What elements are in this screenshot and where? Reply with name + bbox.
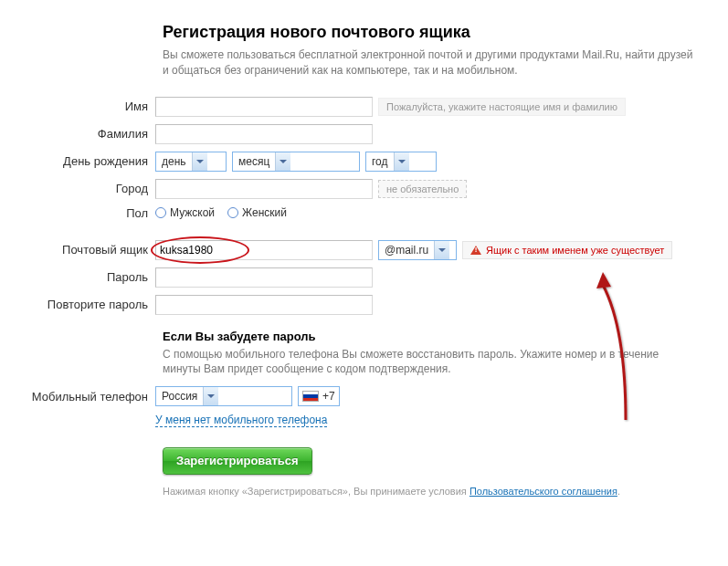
birthday-day-select[interactable]: день — [155, 152, 227, 172]
page-subtitle: Вы сможете пользоваться бесплатной элект… — [163, 47, 702, 79]
label-password: Пароль — [0, 270, 155, 284]
radio-icon — [155, 207, 166, 218]
phone-prefix[interactable]: +7 — [298, 386, 340, 406]
mailbox-domain-value: @mail.ru — [379, 244, 434, 257]
gender-male-label: Мужской — [170, 206, 215, 219]
mailbox-error: Ящик с таким именем уже существует — [462, 241, 672, 259]
lastname-input[interactable] — [155, 124, 373, 144]
label-password2: Повторите пароль — [0, 298, 155, 311]
tos-text: Нажимая кнопку «Зарегистрироваться», Вы … — [163, 486, 728, 497]
mailbox-input[interactable] — [155, 240, 373, 260]
page-title: Регистрация нового почтового ящика — [163, 23, 702, 42]
firstname-input[interactable] — [155, 97, 373, 117]
label-birthday: День рождения — [0, 154, 155, 168]
phone-country-select[interactable]: Россия — [155, 386, 292, 406]
mailbox-error-text: Ящик с таким именем уже существует — [486, 245, 664, 256]
name-hint: Пожалуйста, укажите настоящие имя и фами… — [378, 98, 626, 116]
chevron-down-icon — [275, 152, 290, 171]
mailbox-domain-select[interactable]: @mail.ru — [378, 240, 457, 260]
phone-country-value: Россия — [156, 390, 203, 403]
label-mailbox: Почтовый ящик — [0, 243, 155, 257]
radio-icon — [227, 207, 238, 218]
birthday-year-value: год — [366, 155, 394, 168]
label-phone: Мобильный телефон — [0, 390, 155, 404]
register-button[interactable]: Зарегистрироваться — [163, 447, 312, 475]
phone-prefix-text: +7 — [322, 390, 335, 403]
label-lastname: Фамилия — [0, 127, 155, 141]
city-input[interactable] — [155, 179, 373, 199]
chevron-down-icon — [192, 152, 207, 171]
birthday-month-select[interactable]: месяц — [232, 152, 360, 172]
recover-title: Если Вы забудете пароль — [163, 330, 674, 343]
password-input[interactable] — [155, 267, 373, 288]
tos-prefix: Нажимая кнопку «Зарегистрироваться», Вы … — [163, 486, 470, 497]
birthday-month-value: месяц — [233, 155, 275, 168]
no-phone-link[interactable]: У меня нет мобильного телефона — [155, 414, 327, 427]
recover-text: С помощью мобильного телефона Вы сможете… — [163, 347, 674, 378]
chevron-down-icon — [203, 387, 218, 405]
tos-suffix: . — [617, 486, 620, 497]
birthday-day-value: день — [156, 155, 192, 168]
gender-female-radio[interactable]: Женский — [227, 206, 287, 219]
label-gender: Пол — [0, 206, 155, 220]
label-firstname: Имя — [0, 100, 155, 113]
chevron-down-icon — [394, 152, 409, 171]
password2-input[interactable] — [155, 295, 373, 315]
flag-ru-icon — [302, 391, 319, 402]
city-hint: не обязательно — [378, 180, 467, 198]
tos-link[interactable]: Пользовательского соглашения — [470, 486, 617, 497]
birthday-year-select[interactable]: год — [365, 152, 437, 172]
label-city: Город — [0, 182, 155, 195]
chevron-down-icon — [434, 241, 449, 259]
warning-icon — [470, 246, 481, 255]
gender-male-radio[interactable]: Мужской — [155, 206, 215, 219]
gender-female-label: Женский — [242, 206, 287, 219]
